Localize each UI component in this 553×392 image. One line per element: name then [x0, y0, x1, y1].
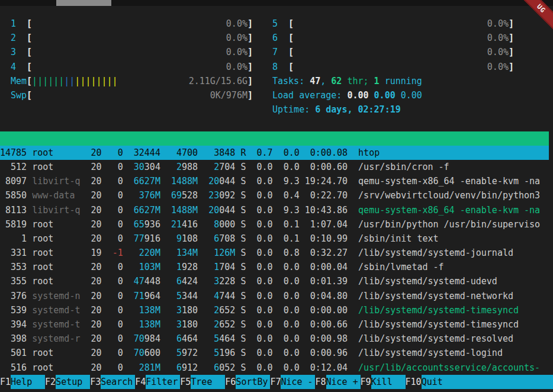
- process-row-394[interactable]: 394 systemd-t 20 0 138M 3180 2652 S 0.0 …: [0, 317, 549, 332]
- meter-inner: 0K/976M: [32, 88, 247, 102]
- process-rows: 14785 root 20 0 32444 4700 3848 R 0.7 0.…: [0, 146, 553, 375]
- process-row-398[interactable]: 398 systemd-r 20 0 70984 6464 5464 S 0.0…: [0, 332, 549, 346]
- process-table: PID USER PRI NI VIRT RES SHR S CPU% MEM%…: [0, 131, 553, 375]
- uptime-line: Uptime: 6 days, 02:27:19: [272, 102, 553, 117]
- fkey-label-f4[interactable]: F4: [135, 375, 146, 389]
- process-row-501[interactable]: 501 root 20 0 70600 5972 5196 S 0.0 0.0 …: [0, 346, 549, 360]
- process-row-516[interactable]: 516 root 20 0 281M 6912 6052 S 0.0 0.0 0…: [0, 361, 549, 375]
- cpu-meters-left: 1[0.0%]2[0.0%]3[0.0%]4[0.0%]Mem[||||||||…: [11, 17, 253, 102]
- process-row-512[interactable]: 512 root 20 0 30304 2988 2704 S 0.0 0.0 …: [0, 160, 549, 174]
- function-key-bar: F1Help F2Setup F3SearchF4FilterF5Tree F6…: [0, 375, 553, 389]
- meter-inner: 0.0%: [294, 45, 509, 59]
- swp-meter: Swp[0K/976M]: [11, 88, 253, 102]
- cpu-meter-2: 2[0.0%]: [11, 31, 253, 45]
- fkey-action-kill[interactable]: Kill: [371, 375, 406, 389]
- tasks-line: Tasks: 47, 62 thr; 1 running: [272, 74, 553, 88]
- meter-inner: 0.0%: [294, 60, 509, 74]
- fkey-label-f3[interactable]: F3: [90, 375, 101, 389]
- stats-block: Tasks: 47, 62 thr; 1 runningLoad average…: [272, 74, 553, 117]
- process-row-8113[interactable]: 8113 libvirt-q 20 0 6627M 1488M 20044 S …: [0, 203, 549, 217]
- process-row-353[interactable]: 353 root 20 0 103M 1928 1704 S 0.0 0.0 0…: [0, 260, 549, 274]
- process-row-5850[interactable]: 5850 www-data 20 0 376M 69528 23092 S 0.…: [0, 188, 549, 203]
- fkey-label-f9[interactable]: F9: [361, 375, 371, 389]
- cpu-meter-3: 3[0.0%]: [11, 45, 253, 59]
- cpu-meters-right: 5[0.0%]6[0.0%]7[0.0%]8[0.0%]: [272, 17, 514, 74]
- process-row-14785[interactable]: 14785 root 20 0 32444 4700 3848 R 0.7 0.…: [0, 146, 549, 160]
- meter-bars: ||||||||||||||||: [32, 74, 118, 88]
- load-average-line: Load average: 0.00 0.00 0.00: [272, 88, 553, 102]
- fkey-label-f8[interactable]: F8: [315, 375, 326, 389]
- meter-inner: 0.0%: [32, 45, 247, 59]
- fkey-action-nice-[interactable]: Nice -: [281, 375, 315, 389]
- cpu-meter-6: 6[0.0%]: [272, 31, 514, 45]
- meter-inner: ||||||||||||||||2.11G/15.6G: [32, 74, 247, 88]
- process-row-376[interactable]: 376 systemd-n 20 0 71964 5344 4744 S 0.0…: [0, 289, 549, 303]
- meter-inner: 0.0%: [294, 31, 509, 45]
- fkey-action-setup[interactable]: Setup: [56, 375, 90, 389]
- htop-screen: { "palette": { "bg": "#1e1e1e", "chrome"…: [0, 0, 553, 392]
- meter-inner: 0.0%: [294, 17, 509, 31]
- table-header-row[interactable]: PID USER PRI NI VIRT RES SHR S CPU% MEM%…: [0, 131, 549, 146]
- fkey-action-help[interactable]: Help: [11, 375, 45, 389]
- fkey-action-search[interactable]: Search: [101, 375, 135, 389]
- process-row-539[interactable]: 539 systemd-t 20 0 138M 3180 2652 S 0.0 …: [0, 303, 549, 317]
- cpu-meter-8: 8[0.0%]: [272, 60, 514, 74]
- fkey-action-filter[interactable]: Filter: [146, 375, 180, 389]
- cpu-meter-5: 5[0.0%]: [272, 17, 514, 31]
- cpu-meter-1: 1[0.0%]: [11, 17, 253, 31]
- process-row-5819[interactable]: 5819 root 20 0 65936 21416 8000 S 0.0 0.…: [0, 217, 549, 232]
- process-row-1[interactable]: 1 root 20 0 77916 9108 6708 S 0.0 0.1 0:…: [0, 232, 549, 246]
- fkey-action-nice-[interactable]: Nice +: [326, 375, 361, 389]
- fkey-label-f6[interactable]: F6: [225, 375, 236, 389]
- meter-inner: 0.0%: [32, 31, 247, 45]
- window-chrome: [0, 0, 553, 6]
- cpu-meter-7: 7[0.0%]: [272, 45, 514, 59]
- fkey-label-f2[interactable]: F2: [45, 375, 56, 389]
- mem-meter: Mem[||||||||||||||||2.11G/15.6G]: [11, 74, 253, 88]
- cpu-meter-4: 4[0.0%]: [11, 60, 253, 74]
- fkey-action-sortby[interactable]: SortBy: [236, 375, 270, 389]
- htop-terminal: 1[0.0%]2[0.0%]3[0.0%]4[0.0%]Mem[||||||||…: [0, 6, 553, 392]
- process-row-355[interactable]: 355 root 20 0 47448 6424 3228 S 0.0 0.0 …: [0, 274, 549, 288]
- fkey-label-f5[interactable]: F5: [180, 375, 191, 389]
- process-row-8097[interactable]: 8097 libvirt-q 20 0 6627M 1488M 20044 S …: [0, 174, 549, 188]
- process-row-331[interactable]: 331 root 19 -1 220M 134M 126M S 0.0 0.8 …: [0, 246, 549, 260]
- window-chrome-tab: [56, 0, 111, 6]
- fkey-action-tree[interactable]: Tree: [191, 375, 225, 389]
- fkey-label-f7[interactable]: F7: [270, 375, 281, 389]
- meter-inner: 0.0%: [32, 60, 247, 74]
- fkey-label-f10[interactable]: F10: [406, 375, 422, 389]
- fkey-action-quit[interactable]: Quit: [422, 375, 553, 389]
- fkey-label-f1[interactable]: F1: [0, 375, 11, 389]
- meter-inner: 0.0%: [32, 17, 247, 31]
